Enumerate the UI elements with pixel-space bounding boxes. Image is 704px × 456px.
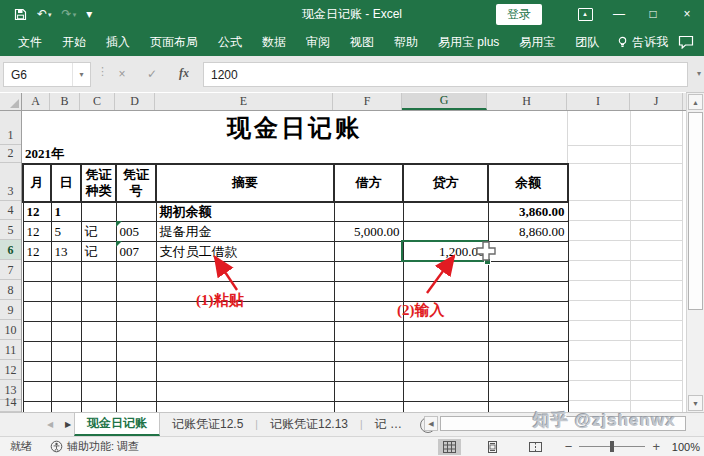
column-header-a[interactable]: A (22, 93, 50, 110)
cell-h5[interactable]: 8,860.00 (488, 222, 568, 242)
scroll-down-button[interactable]: ▼ (688, 395, 703, 411)
row-header-11[interactable]: 11 (0, 340, 21, 360)
zoom-slider-thumb[interactable] (610, 441, 614, 452)
ribbon-tab-data[interactable]: 数据 (252, 28, 296, 56)
zoom-out-button[interactable]: − (565, 439, 573, 454)
vertical-scrollbar[interactable]: ▲ ▼ (686, 93, 704, 412)
row-header-5[interactable]: 5 (0, 220, 21, 240)
column-header-j[interactable]: J (630, 93, 683, 110)
name-box[interactable]: G6 ▾ (3, 62, 91, 87)
ribbon-tab-review[interactable]: 审阅 (296, 28, 340, 56)
scroll-left-button[interactable]: ◀ (424, 416, 438, 431)
customize-qat-button[interactable]: ▾ (86, 8, 100, 20)
zoom-level-label[interactable]: 100% (664, 441, 700, 453)
zoom-slider[interactable] (579, 446, 645, 447)
formula-input[interactable]: 1200 (203, 62, 688, 87)
row-header-2[interactable]: 2 (0, 145, 21, 163)
sheet-tab-truncated[interactable]: 记 … (363, 413, 414, 436)
empty-cell[interactable] (23, 282, 51, 302)
column-header-c[interactable]: C (80, 93, 115, 110)
sheet-tab-voucher-12-13[interactable]: 记账凭证12.13 (258, 413, 360, 436)
cell-b5[interactable]: 5 (51, 222, 81, 242)
ribbon-tab-home[interactable]: 开始 (52, 28, 96, 56)
accessibility-status[interactable]: 辅助功能: 调查 (50, 439, 139, 454)
empty-cell[interactable] (23, 362, 51, 382)
header-voucher-type[interactable]: 凭证种类 (81, 164, 116, 202)
formula-bar-splitter[interactable]: ⋮ (97, 65, 108, 78)
column-header-b[interactable]: B (50, 93, 80, 110)
column-header-g-selected[interactable]: G (402, 93, 487, 110)
cell-a4[interactable]: 12 (23, 202, 51, 222)
ribbon-tab-insert[interactable]: 插入 (96, 28, 140, 56)
column-header-h[interactable]: H (487, 93, 567, 110)
cell-e4[interactable]: 期初余额 (156, 202, 334, 222)
header-day[interactable]: 日 (51, 164, 81, 202)
confirm-entry-button[interactable]: ✓ (140, 62, 164, 85)
empty-cell[interactable] (23, 302, 51, 322)
row-header-9[interactable]: 9 (0, 300, 21, 320)
empty-cell[interactable] (23, 382, 51, 402)
page-layout-view-button[interactable] (481, 439, 504, 455)
cell-b6[interactable]: 13 (51, 242, 81, 262)
cell-f4[interactable] (334, 202, 403, 222)
cell-d4[interactable] (116, 202, 156, 222)
header-balance[interactable]: 余额 (488, 164, 568, 202)
minimize-button[interactable]: — (602, 0, 636, 28)
row-header-4[interactable]: 4 (0, 201, 21, 220)
select-all-button[interactable] (0, 93, 22, 110)
cell-d6[interactable]: 007 (116, 242, 156, 262)
row-header-14[interactable]: 14 (0, 400, 21, 412)
cell-d5[interactable]: 005 (116, 222, 156, 242)
sheet-tab-active[interactable]: 现金日记账 (74, 413, 160, 436)
cell-h6[interactable] (488, 242, 568, 262)
undo-button[interactable]: ↶▾ (37, 8, 52, 20)
row-header-1[interactable]: 1 (0, 111, 21, 145)
empty-cell[interactable] (23, 322, 51, 342)
column-header-e[interactable]: E (155, 93, 333, 110)
sign-in-button[interactable]: 登录 (496, 4, 542, 25)
sheet-nav-right-icon[interactable]: ▶ (62, 420, 74, 429)
row-header-10[interactable]: 10 (0, 320, 21, 340)
vertical-scrollbar-thumb[interactable] (688, 112, 703, 310)
close-button[interactable]: × (670, 0, 704, 28)
cell-e5[interactable]: 提备用金 (156, 222, 334, 242)
sheet-title-cell[interactable]: 现金日记账 (22, 111, 567, 145)
insert-function-button[interactable]: fx (172, 62, 196, 85)
cell-g5[interactable] (403, 222, 488, 242)
ribbon-tab-yiyongbao[interactable]: 易用宝 (509, 28, 565, 56)
cell-a5[interactable]: 12 (23, 222, 51, 242)
column-header-i[interactable]: I (567, 93, 630, 110)
redo-button[interactable]: ↷▾ (62, 8, 77, 20)
row-header-3[interactable]: 3 (0, 163, 21, 201)
ribbon-tab-team[interactable]: 团队 (565, 28, 609, 56)
zoom-in-button[interactable]: + (652, 439, 660, 454)
cell-a6[interactable]: 12 (23, 242, 51, 262)
tell-me-box[interactable]: 告诉我 (609, 34, 676, 51)
row-header-6-selected[interactable]: 6 (0, 240, 21, 260)
cancel-entry-button[interactable]: × (110, 62, 134, 85)
ribbon-tab-view[interactable]: 视图 (340, 28, 384, 56)
cell-c5[interactable]: 记 (81, 222, 116, 242)
ribbon-tab-file[interactable]: 文件 (8, 28, 52, 56)
column-header-f[interactable]: F (333, 93, 402, 110)
header-credit[interactable]: 贷方 (403, 164, 488, 202)
cell-e6[interactable]: 支付员工借款 (156, 242, 334, 262)
header-summary[interactable]: 摘要 (156, 164, 334, 202)
formula-bar-expand-icon[interactable]: ▾ (697, 69, 701, 78)
cell-b4[interactable]: 1 (51, 202, 81, 222)
year-cell[interactable]: 2021年 (25, 145, 64, 163)
normal-view-button[interactable] (438, 439, 461, 455)
feedback-chat-icon[interactable] (678, 35, 694, 52)
header-month[interactable]: 月 (23, 164, 51, 202)
ribbon-tab-formulas[interactable]: 公式 (208, 28, 252, 56)
cell-f6[interactable] (334, 242, 403, 262)
cell-g4[interactable] (403, 202, 488, 222)
page-break-preview-button[interactable] (524, 439, 547, 455)
save-icon[interactable] (14, 8, 27, 21)
ribbon-tab-yiyongbao-plus[interactable]: 易用宝 plus (428, 28, 509, 56)
active-cell-outline[interactable] (401, 240, 488, 262)
cell-f5[interactable]: 5,000.00 (334, 222, 403, 242)
ribbon-display-options-button[interactable]: ▴ (568, 0, 602, 28)
fill-handle[interactable] (484, 258, 491, 265)
scroll-up-button[interactable]: ▲ (688, 94, 703, 110)
